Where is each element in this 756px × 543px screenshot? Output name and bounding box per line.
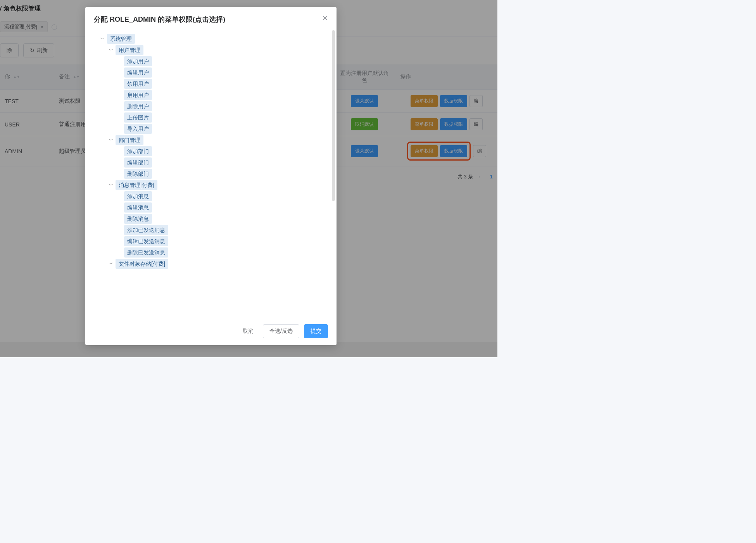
tree-node: 删除部门 [116, 169, 328, 179]
tree-node-row: 删除用户 [116, 101, 328, 111]
tree-node: 上传图片 [116, 112, 328, 123]
tree-node-row: 编辑部门 [116, 157, 328, 168]
tree-node-label[interactable]: 添加用户 [124, 56, 152, 66]
tree-node: 删除消息 [116, 214, 328, 224]
tree-node-label[interactable]: 导入用户 [124, 124, 152, 134]
tree-node-row: 添加用户 [116, 56, 328, 66]
tree-node: ﹀部门管理添加部门编辑部门删除部门 [108, 135, 328, 179]
submit-button[interactable]: 提交 [304, 324, 328, 338]
tree-node-label[interactable]: 添加已发送消息 [124, 225, 168, 235]
cancel-button[interactable]: 取消 [238, 325, 258, 338]
tree-node-label[interactable]: 添加消息 [124, 191, 152, 201]
modal-header: 分配 ROLE_ADMIN 的菜单权限(点击选择) ✕ [85, 7, 337, 29]
tree-node-label[interactable]: 编辑已发送消息 [124, 236, 168, 246]
tree-node-row: 删除部门 [116, 169, 328, 179]
chevron-down-icon[interactable]: ﹀ [108, 182, 114, 188]
tree-node-row: 编辑消息 [116, 202, 328, 213]
tree-node-row: ﹀用户管理 [108, 45, 328, 55]
tree-node: 导入用户 [116, 124, 328, 134]
tree-node-row: ﹀系统管理 [99, 34, 328, 44]
tree-node: 添加部门 [116, 146, 328, 156]
chevron-down-icon[interactable]: ﹀ [108, 47, 114, 53]
tree-node-row: 启用用户 [116, 90, 328, 100]
modal-footer: 取消 全选/反选 提交 [85, 319, 337, 345]
modal-body: ﹀系统管理﹀用户管理添加用户编辑用户禁用用户启用用户删除用户上传图片导入用户﹀部… [85, 29, 337, 319]
chevron-down-icon[interactable]: ﹀ [99, 36, 105, 42]
tree-node: 编辑部门 [116, 157, 328, 168]
tree-node: 添加消息 [116, 191, 328, 201]
tree-node-row: 添加已发送消息 [116, 225, 328, 235]
tree-node-label[interactable]: 系统管理 [107, 34, 135, 44]
tree-node-row: 删除消息 [116, 214, 328, 224]
tree-node: 启用用户 [116, 90, 328, 100]
scrollbar-thumb[interactable] [332, 30, 335, 201]
tree-node-row: 上传图片 [116, 112, 328, 123]
tree-node-row: 删除已发送消息 [116, 247, 328, 258]
close-icon[interactable]: ✕ [322, 15, 328, 22]
tree-node-row: 添加消息 [116, 191, 328, 201]
tree-node: 添加用户 [116, 56, 328, 66]
tree-node-row: 导入用户 [116, 124, 328, 134]
tree-node: 禁用用户 [116, 79, 328, 89]
tree-node-row: 编辑用户 [116, 67, 328, 78]
tree-node-label[interactable]: 禁用用户 [124, 79, 152, 89]
tree-node-row: 添加部门 [116, 146, 328, 156]
modal-title: 分配 ROLE_ADMIN 的菜单权限(点击选择) [94, 15, 225, 24]
tree-node: ﹀系统管理﹀用户管理添加用户编辑用户禁用用户启用用户删除用户上传图片导入用户﹀部… [99, 34, 328, 269]
tree-node-label[interactable]: 删除消息 [124, 214, 152, 224]
tree-node: 删除已发送消息 [116, 247, 328, 258]
tree-node: 编辑消息 [116, 202, 328, 213]
tree-node-label[interactable]: 编辑部门 [124, 157, 152, 168]
permission-tree: ﹀系统管理﹀用户管理添加用户编辑用户禁用用户启用用户删除用户上传图片导入用户﹀部… [97, 34, 328, 269]
tree-node: ﹀消息管理[付费]添加消息编辑消息删除消息添加已发送消息编辑已发送消息删除已发送… [108, 180, 328, 258]
select-all-button[interactable]: 全选/反选 [263, 324, 299, 338]
tree-node-row: 禁用用户 [116, 79, 328, 89]
tree-node-row: ﹀消息管理[付费] [108, 180, 328, 190]
tree-node-label[interactable]: 编辑消息 [124, 202, 152, 213]
tree-node-label[interactable]: 删除用户 [124, 101, 152, 111]
tree-node-label[interactable]: 上传图片 [124, 112, 152, 123]
tree-node-label[interactable]: 用户管理 [116, 45, 143, 55]
tree-node: 添加已发送消息 [116, 225, 328, 235]
tree-node: 编辑已发送消息 [116, 236, 328, 246]
tree-node-label[interactable]: 添加部门 [124, 146, 152, 156]
tree-node: 编辑用户 [116, 67, 328, 78]
tree-node-label[interactable]: 消息管理[付费] [116, 180, 157, 190]
permission-modal: 分配 ROLE_ADMIN 的菜单权限(点击选择) ✕ ﹀系统管理﹀用户管理添加… [85, 7, 337, 345]
tree-node: 删除用户 [116, 101, 328, 111]
chevron-down-icon[interactable]: ﹀ [108, 137, 114, 143]
tree-node-label[interactable]: 删除已发送消息 [124, 247, 168, 258]
tree-node-label[interactable]: 文件对象存储[付费] [116, 259, 168, 269]
tree-node-label[interactable]: 编辑用户 [124, 67, 152, 78]
tree-node-label[interactable]: 部门管理 [116, 135, 143, 145]
tree-node: ﹀用户管理添加用户编辑用户禁用用户启用用户删除用户上传图片导入用户 [108, 45, 328, 134]
tree-node-label[interactable]: 启用用户 [124, 90, 152, 100]
scrollbar-track[interactable] [332, 30, 335, 313]
tree-node: ﹀文件对象存储[付费] [108, 259, 328, 269]
tree-node-row: ﹀文件对象存储[付费] [108, 259, 328, 269]
tree-node-label[interactable]: 删除部门 [124, 169, 152, 179]
chevron-down-icon[interactable]: ﹀ [108, 261, 114, 267]
tree-node-row: ﹀部门管理 [108, 135, 328, 145]
tree-node-row: 编辑已发送消息 [116, 236, 328, 246]
